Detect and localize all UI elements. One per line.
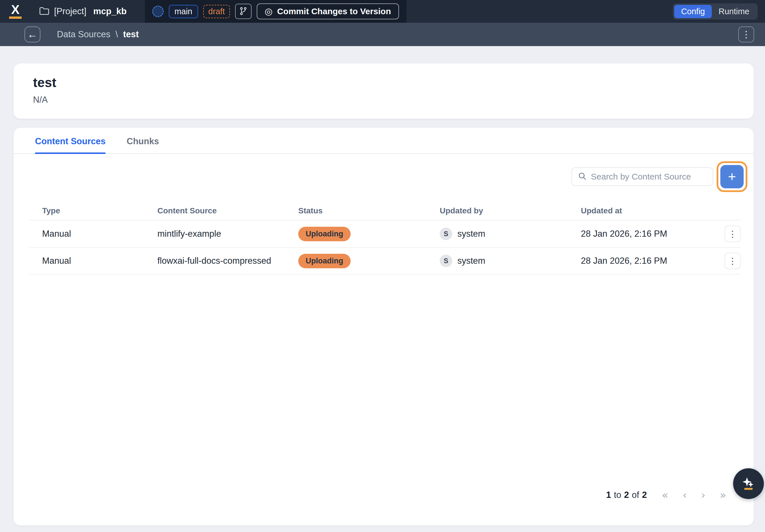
page-title: test <box>33 75 734 90</box>
project-label: [Project] <box>54 6 87 17</box>
kebab-icon: ⋮ <box>742 29 751 40</box>
content-sources-table: Type Content Source Status Updated by Up… <box>29 202 741 274</box>
kebab-icon: ⋮ <box>728 229 737 239</box>
avatar: S <box>440 228 452 240</box>
config-toggle[interactable]: Config <box>674 5 712 18</box>
add-button-highlight-ring: + <box>717 161 747 192</box>
column-header-type: Type <box>29 206 157 215</box>
column-header-status: Status <box>298 206 440 215</box>
tab-content-sources[interactable]: Content Sources <box>35 128 106 153</box>
table-row[interactable]: Manual mintlify-example Uploading S syst… <box>29 220 741 247</box>
search-icon <box>578 172 587 182</box>
draft-badge[interactable]: draft <box>203 5 230 18</box>
table-header-row: Type Content Source Status Updated by Up… <box>29 202 741 220</box>
search-input[interactable] <box>591 172 707 182</box>
table-body: Manual mintlify-example Uploading S syst… <box>29 220 741 274</box>
tab-bar: Content Sources Chunks <box>14 128 754 154</box>
ai-assistant-button[interactable] <box>733 468 764 499</box>
column-header-content-source: Content Source <box>157 206 298 215</box>
runtime-toggle[interactable]: Runtime <box>712 5 756 18</box>
tab-chunks[interactable]: Chunks <box>127 128 159 153</box>
commit-button-label: Commit Changes to Version <box>277 7 391 16</box>
git-branch-icon <box>239 7 248 17</box>
version-status-icon <box>152 6 164 17</box>
last-page-button[interactable]: » <box>720 490 726 500</box>
first-page-button[interactable]: « <box>662 490 668 500</box>
row-type: Manual <box>29 229 157 239</box>
breadcrumb-bar: ← Data Sources \ test ⋮ <box>0 23 765 46</box>
top-bar: X [Project] mcp_kb main draft ◎ Commit C… <box>0 0 765 23</box>
project-name: mcp_kb <box>93 6 127 17</box>
avatar: S <box>440 255 452 267</box>
next-page-button[interactable]: › <box>701 490 705 500</box>
breadcrumb-current: test <box>123 29 139 40</box>
page-subtitle: N/A <box>33 95 734 105</box>
column-header-updated-by: Updated by <box>440 206 581 215</box>
row-content-source: flowxai-full-docs-compressed <box>157 256 298 266</box>
page-actions-button[interactable]: ⋮ <box>738 26 754 42</box>
row-updated-at: 28 Jan 2026, 2:16 PM <box>581 229 709 239</box>
status-badge: Uploading <box>298 254 351 268</box>
row-updated-by: system <box>457 256 485 266</box>
table-toolbar: + <box>14 154 754 192</box>
row-content-source: mintlify-example <box>157 229 298 239</box>
branch-badge[interactable]: main <box>169 5 198 18</box>
previous-page-button[interactable]: ‹ <box>682 490 687 500</box>
branch-button[interactable] <box>235 4 252 19</box>
table-row[interactable]: Manual flowxai-full-docs-compressed Uplo… <box>29 247 741 274</box>
pagination-total: 2 <box>642 490 647 500</box>
sparkles-icon <box>739 474 758 493</box>
folder-icon <box>39 7 50 16</box>
breadcrumb: Data Sources \ test <box>57 29 139 40</box>
data-source-details-card: test N/A <box>14 63 754 119</box>
row-type: Manual <box>29 256 157 266</box>
row-actions-button[interactable]: ⋮ <box>725 253 741 269</box>
search-box <box>571 167 713 186</box>
pagination: 1 to 2 of 2 « ‹ › » <box>606 490 726 500</box>
logo-x-glyph: X <box>11 4 19 15</box>
kebab-icon: ⋮ <box>728 256 737 266</box>
row-actions-button[interactable]: ⋮ <box>725 226 741 242</box>
back-arrow-icon: ← <box>27 29 38 40</box>
column-header-updated-at: Updated at <box>581 206 709 215</box>
pagination-range: 1 to 2 of 2 <box>606 490 647 500</box>
pagination-word-to: to <box>614 490 621 500</box>
logo-underline <box>9 17 22 19</box>
breadcrumb-data-sources[interactable]: Data Sources <box>57 29 110 40</box>
pagination-word-of: of <box>632 490 639 500</box>
project-switcher[interactable]: [Project] mcp_kb <box>39 6 127 17</box>
content-sources-card: Content Sources Chunks + Type Content So… <box>14 128 754 525</box>
version-panel: main draft ◎ Commit Changes to Version <box>145 0 406 23</box>
row-updated-at: 28 Jan 2026, 2:16 PM <box>581 256 709 266</box>
mode-toggle: Config Runtime <box>673 3 758 20</box>
plus-icon: + <box>728 170 736 184</box>
commit-changes-button[interactable]: ◎ Commit Changes to Version <box>257 3 399 19</box>
commit-target-icon: ◎ <box>265 7 273 16</box>
pagination-start: 1 <box>606 490 611 500</box>
add-content-source-button[interactable]: + <box>720 165 744 188</box>
back-button[interactable]: ← <box>24 26 40 42</box>
app-logo[interactable]: X <box>7 4 23 19</box>
breadcrumb-separator: \ <box>116 29 118 40</box>
status-badge: Uploading <box>298 227 351 241</box>
pager-controls: « ‹ › » <box>662 490 726 500</box>
row-updated-by: system <box>457 229 485 239</box>
pagination-end: 2 <box>624 490 629 500</box>
